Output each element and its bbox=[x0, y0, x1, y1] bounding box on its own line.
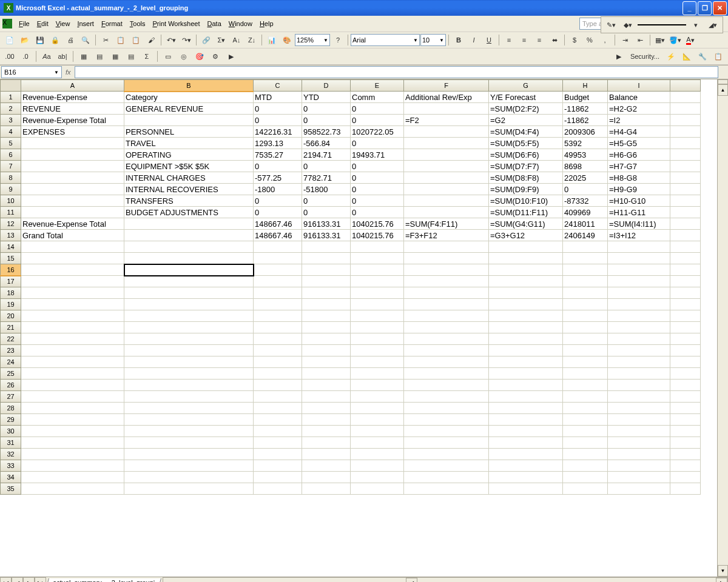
cell-extra-9[interactable] bbox=[670, 184, 701, 195]
row-header-3[interactable]: 3 bbox=[1, 115, 21, 126]
cell-extra-24[interactable] bbox=[670, 356, 701, 368]
cell-G35[interactable] bbox=[489, 483, 563, 495]
sort-desc-icon[interactable]: Z↓ bbox=[244, 33, 259, 47]
cell-I5[interactable]: =H5-G5 bbox=[608, 138, 670, 149]
cell-G26[interactable] bbox=[489, 380, 563, 391]
cell-H34[interactable] bbox=[563, 472, 608, 483]
cell-A27[interactable] bbox=[21, 391, 124, 403]
cell-G13[interactable]: =G3+G12 bbox=[489, 230, 563, 241]
col-header-H[interactable]: H bbox=[563, 80, 608, 92]
cell-I2[interactable]: =H2-G2 bbox=[608, 103, 670, 115]
cell-G21[interactable] bbox=[489, 322, 563, 333]
cell-D14[interactable] bbox=[302, 241, 351, 253]
cell-H9[interactable]: 0 bbox=[563, 184, 608, 195]
design-icon[interactable]: 📐 bbox=[679, 49, 694, 64]
save-icon[interactable]: 💾 bbox=[33, 33, 47, 47]
cell-B12[interactable] bbox=[124, 218, 254, 230]
cell-D33[interactable] bbox=[302, 460, 351, 472]
cell-A30[interactable] bbox=[21, 426, 124, 437]
maximize-button[interactable]: ❐ bbox=[698, 1, 712, 15]
cell-E9[interactable]: 0 bbox=[351, 184, 404, 195]
cell-B31[interactable] bbox=[124, 437, 254, 449]
cell-A35[interactable] bbox=[21, 483, 124, 495]
cell-A25[interactable] bbox=[21, 368, 124, 380]
cell-E13[interactable]: 1040215.76 bbox=[351, 230, 404, 241]
cell-B21[interactable] bbox=[124, 322, 254, 333]
cell-E2[interactable]: 0 bbox=[351, 103, 404, 115]
borders-icon[interactable]: ▦▾ bbox=[653, 33, 667, 47]
controls-icon[interactable]: 🔧 bbox=[695, 49, 710, 64]
cell-I34[interactable] bbox=[608, 472, 670, 483]
cell-extra-17[interactable] bbox=[670, 276, 701, 287]
tab-first-icon[interactable]: |◀ bbox=[0, 577, 12, 582]
cell-B9[interactable]: INTERNAL RECOVERIES bbox=[124, 184, 254, 195]
cell-B24[interactable] bbox=[124, 356, 254, 368]
row-header-1[interactable]: 1 bbox=[1, 92, 21, 103]
row-header-35[interactable]: 35 bbox=[1, 483, 21, 495]
cell-B13[interactable] bbox=[124, 230, 254, 241]
cell-E27[interactable] bbox=[351, 391, 404, 403]
row-header-6[interactable]: 6 bbox=[1, 149, 21, 161]
cell-B34[interactable] bbox=[124, 472, 254, 483]
cell-I27[interactable] bbox=[608, 391, 670, 403]
cell-F16[interactable] bbox=[404, 264, 489, 276]
cell-E11[interactable]: 0 bbox=[351, 207, 404, 218]
menu-help[interactable]: Help bbox=[256, 19, 277, 28]
cell-H24[interactable] bbox=[563, 356, 608, 368]
cell-H23[interactable] bbox=[563, 345, 608, 356]
cell-extra-33[interactable] bbox=[670, 460, 701, 472]
cell-E7[interactable]: 0 bbox=[351, 161, 404, 172]
cell-E32[interactable] bbox=[351, 449, 404, 460]
row-header-11[interactable]: 11 bbox=[1, 207, 21, 218]
cell-G3[interactable]: =G2 bbox=[489, 115, 563, 126]
cell-extra-30[interactable] bbox=[670, 426, 701, 437]
cell-D15[interactable] bbox=[302, 253, 351, 264]
cell-H11[interactable]: 409969 bbox=[563, 207, 608, 218]
cell-F25[interactable] bbox=[404, 368, 489, 380]
cell-D7[interactable]: 0 bbox=[302, 161, 351, 172]
cell-extra-21[interactable] bbox=[670, 322, 701, 333]
cell-A10[interactable] bbox=[21, 195, 124, 207]
cell-extra-34[interactable] bbox=[670, 472, 701, 483]
cell-I13[interactable]: =I3+I12 bbox=[608, 230, 670, 241]
cell-A12[interactable]: Revenue-Expense Total bbox=[21, 218, 124, 230]
cell-E19[interactable] bbox=[351, 299, 404, 310]
col-header-C[interactable]: C bbox=[254, 80, 302, 92]
merge-center-icon[interactable]: ⬌ bbox=[547, 33, 562, 47]
cell-D28[interactable] bbox=[302, 403, 351, 414]
cell-B20[interactable] bbox=[124, 310, 254, 322]
row-header-33[interactable]: 33 bbox=[1, 460, 21, 472]
cell-extra-29[interactable] bbox=[670, 414, 701, 426]
font-color-icon[interactable]: A▾ bbox=[683, 33, 698, 47]
cell-F21[interactable] bbox=[404, 322, 489, 333]
row-header-13[interactable]: 13 bbox=[1, 230, 21, 241]
cell-D5[interactable]: -566.84 bbox=[302, 138, 351, 149]
cell-E8[interactable]: 0 bbox=[351, 172, 404, 184]
italic-icon[interactable]: I bbox=[467, 33, 481, 47]
cell-B10[interactable]: TRANSFERS bbox=[124, 195, 254, 207]
cell-E1[interactable]: Comm bbox=[351, 92, 404, 103]
col-header-E[interactable]: E bbox=[351, 80, 404, 92]
cell-extra-19[interactable] bbox=[670, 299, 701, 310]
cell-F4[interactable] bbox=[404, 126, 489, 138]
cell-extra-18[interactable] bbox=[670, 287, 701, 299]
cell-B11[interactable]: BUDGET ADJUSTMENTS bbox=[124, 207, 254, 218]
cell-A18[interactable] bbox=[21, 287, 124, 299]
row-header-21[interactable]: 21 bbox=[1, 322, 21, 333]
cell-extra-20[interactable] bbox=[670, 310, 701, 322]
cell-F9[interactable] bbox=[404, 184, 489, 195]
cell-D24[interactable] bbox=[302, 356, 351, 368]
cell-C26[interactable] bbox=[254, 380, 302, 391]
cell-E20[interactable] bbox=[351, 310, 404, 322]
cell-B17[interactable] bbox=[124, 276, 254, 287]
row-header-19[interactable]: 19 bbox=[1, 299, 21, 310]
cell-D35[interactable] bbox=[302, 483, 351, 495]
cell-extra-22[interactable] bbox=[670, 333, 701, 345]
cell-I3[interactable]: =I2 bbox=[608, 115, 670, 126]
eraser-icon[interactable]: ◢▾ bbox=[706, 18, 720, 32]
cell-extra-12[interactable] bbox=[670, 218, 701, 230]
cell-E21[interactable] bbox=[351, 322, 404, 333]
subtotal-icon[interactable]: Σ bbox=[140, 49, 154, 64]
menu-window[interactable]: Window bbox=[225, 19, 256, 28]
cell-B30[interactable] bbox=[124, 426, 254, 437]
